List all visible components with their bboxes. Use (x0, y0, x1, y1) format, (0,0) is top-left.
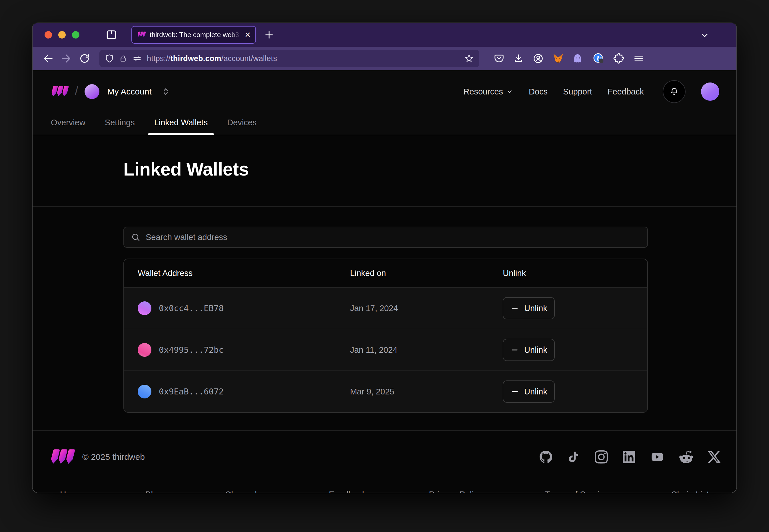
nav-support[interactable]: Support (563, 87, 592, 96)
footer-link-chain-list[interactable]: Chain List (671, 489, 709, 493)
traffic-lights (45, 31, 79, 39)
wallets-table: Wallet Address Linked on Unlink 0x0cc4..… (123, 259, 648, 413)
bell-icon (669, 86, 679, 97)
unlink-button[interactable]: Unlink (503, 297, 555, 319)
reddit-icon[interactable] (679, 450, 693, 464)
col-wallet-address: Wallet Address (138, 269, 193, 278)
lock-icon[interactable] (119, 54, 127, 63)
unlink-button[interactable]: Unlink (503, 339, 555, 361)
wallet-address: 0x9EaB...6072 (159, 387, 224, 396)
chevron-down-icon (506, 88, 513, 95)
url-bar[interactable]: https://thirdweb.com/account/wallets (99, 50, 479, 67)
nav-feedback[interactable]: Feedback (608, 87, 644, 96)
footer: © 2025 thirdweb Home Blog Changelog (33, 430, 736, 493)
footer-links: Home Blog Changelog Feedback Privacy Pol… (49, 489, 720, 493)
phantom-icon[interactable] (572, 53, 584, 64)
nav-resources[interactable]: Resources (463, 87, 513, 96)
account-name[interactable]: My Account (107, 87, 152, 96)
tiktok-icon[interactable] (567, 450, 580, 464)
toolbar-extension-icons (494, 53, 645, 65)
url-path: /account/wallets (222, 54, 277, 63)
extensions-puzzle-icon[interactable] (613, 53, 625, 64)
instagram-icon[interactable] (595, 450, 608, 464)
new-tab-button[interactable] (263, 29, 275, 41)
thirdweb-footer-logo[interactable] (49, 448, 75, 466)
zoom-window-button[interactable] (72, 31, 79, 39)
downloads-icon[interactable] (513, 53, 524, 64)
wallet-avatar (138, 385, 151, 398)
page-title: Linked Wallets (123, 135, 648, 206)
tab-settings[interactable]: Settings (98, 118, 141, 135)
wallet-search[interactable] (123, 227, 648, 248)
search-input[interactable] (146, 233, 641, 242)
minus-icon (510, 304, 519, 313)
browser-tab[interactable]: thirdweb: The complete web3 d ✕ (131, 26, 256, 44)
list-all-tabs-chevron-icon[interactable] (699, 30, 710, 40)
table-row: 0x0cc4...EB78 Jan 17, 2024 Unlink (124, 287, 647, 329)
pocket-icon[interactable] (494, 53, 504, 64)
reload-icon[interactable] (76, 51, 92, 67)
url-domain: thirdweb.com (170, 54, 222, 63)
account-switcher-chevrons-icon[interactable] (161, 86, 170, 97)
password-manager-icon[interactable] (593, 53, 605, 65)
wallet-avatar (138, 343, 151, 357)
account-tabs: Overview Settings Linked Wallets Devices (33, 113, 736, 135)
table-row: 0x4995...72bc Jan 11, 2024 Unlink (124, 329, 647, 370)
notifications-button[interactable] (663, 80, 686, 103)
search-icon (131, 232, 140, 242)
linkedin-icon[interactable] (623, 451, 635, 463)
footer-link-changelog[interactable]: Changelog (225, 489, 266, 493)
minus-icon (510, 387, 519, 396)
breadcrumb-separator: / (75, 84, 78, 98)
social-links (539, 450, 720, 464)
footer-link-terms-of-service[interactable]: Terms of Service (545, 489, 609, 493)
permissions-icon[interactable] (132, 54, 142, 63)
firefox-view-icon[interactable] (105, 29, 118, 41)
tab-close-icon[interactable]: ✕ (245, 31, 251, 39)
github-icon[interactable] (539, 450, 552, 464)
tab-devices[interactable]: Devices (221, 118, 263, 135)
forward-icon[interactable] (58, 51, 74, 67)
thirdweb-page: / My Account Resources Docs Support Feed… (33, 70, 736, 493)
nav-docs[interactable]: Docs (529, 87, 547, 96)
tab-title: thirdweb: The complete web3 d (150, 31, 241, 39)
copyright: © 2025 thirdweb (82, 452, 145, 462)
thirdweb-logo[interactable] (50, 84, 68, 99)
tracking-shield-icon[interactable] (104, 54, 114, 63)
footer-link-home[interactable]: Home (60, 489, 83, 493)
thirdweb-favicon (136, 31, 146, 39)
menu-hamburger-icon[interactable] (633, 53, 645, 64)
profile-avatar[interactable] (701, 82, 719, 101)
url-text[interactable]: https://thirdweb.com/account/wallets (147, 54, 459, 63)
main-content: Wallet Address Linked on Unlink 0x0cc4..… (33, 207, 736, 493)
bookmark-star-icon[interactable] (464, 53, 474, 64)
unlink-button[interactable]: Unlink (503, 380, 555, 403)
metamask-icon[interactable] (552, 53, 564, 64)
col-linked-on: Linked on (350, 269, 386, 278)
linked-on-date: Mar 9, 2025 (350, 387, 394, 396)
browser-window: thirdweb: The complete web3 d ✕ https://… (32, 22, 737, 493)
col-unlink: Unlink (503, 269, 526, 278)
minus-icon (510, 346, 519, 354)
wallet-address: 0x0cc4...EB78 (159, 303, 224, 313)
tab-linked-wallets[interactable]: Linked Wallets (148, 118, 214, 135)
tab-overview[interactable]: Overview (45, 118, 92, 135)
site-header: / My Account Resources Docs Support Feed… (33, 70, 736, 113)
browser-tab-bar: thirdweb: The complete web3 d ✕ (33, 23, 736, 47)
x-icon[interactable] (708, 451, 720, 463)
youtube-icon[interactable] (650, 451, 665, 463)
back-icon[interactable] (40, 51, 56, 67)
wallet-avatar (138, 301, 151, 315)
minimize-window-button[interactable] (58, 31, 66, 39)
wallet-address: 0x4995...72bc (159, 345, 224, 355)
linked-on-date: Jan 11, 2024 (350, 345, 397, 354)
close-window-button[interactable] (45, 31, 52, 39)
browser-toolbar: https://thirdweb.com/account/wallets (33, 47, 736, 70)
footer-link-blog[interactable]: Blog (145, 489, 162, 493)
linked-on-date: Jan 17, 2024 (350, 304, 398, 313)
footer-link-feedback[interactable]: Feedback (329, 489, 367, 493)
footer-link-privacy-policy[interactable]: Privacy Policy (429, 489, 482, 493)
account-icon[interactable] (532, 53, 544, 64)
account-avatar[interactable] (84, 84, 99, 99)
table-header-row: Wallet Address Linked on Unlink (124, 259, 647, 287)
